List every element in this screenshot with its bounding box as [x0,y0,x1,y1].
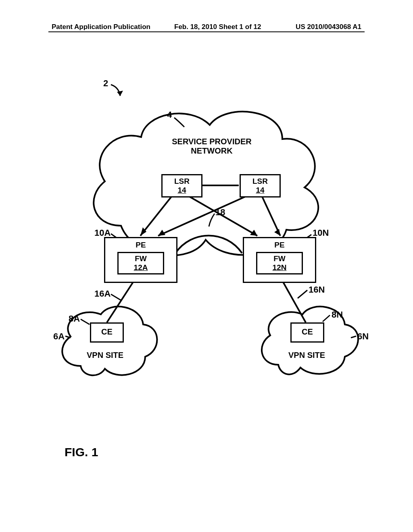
lsr-left-label: LSR [163,175,201,186]
svg-line-4 [158,197,245,236]
lsr-right-label: LSR [241,175,280,186]
lsr-box-left: LSR 14 [161,174,202,197]
ref-10a: 10A [94,228,111,238]
ref-8n: 8N [332,310,343,320]
pe-right-label: PE [244,238,315,249]
lsr-box-right: LSR 14 [240,174,281,197]
fw-right-ref: 12N [257,263,302,273]
page: Patent Application Publication Feb. 18, … [0,0,413,532]
ref-8a: 8A [69,314,80,324]
pe-left-label: PE [105,238,176,249]
vpn-site-right-label: VPN SITE [288,351,325,360]
lsr-right-ref: 14 [241,186,280,195]
ref-10n: 10N [313,228,329,238]
fw-box-left: FW 12A [117,252,164,274]
ref-6a: 6A [53,331,65,342]
pe-box-left: PE FW 12A [104,237,177,283]
ref-6n: 6N [357,331,369,342]
vpn-site-left-label: VPN SITE [87,351,123,360]
service-provider-network-label: SERVICE PROVIDER NETWORK [161,137,262,156]
ref-16n: 16N [309,285,325,295]
svg-line-8 [262,197,280,236]
fw-left-ref: 12A [119,263,163,273]
diagram-svg [0,0,413,532]
fw-left-label: FW [119,253,163,263]
svg-line-10 [107,282,133,322]
ce-right-label: CE [302,327,313,336]
svg-line-11 [283,282,306,322]
ce-box-left: CE [90,322,124,343]
pe-box-right: PE FW 12N [243,237,316,283]
ref-18: 18 [215,207,225,218]
fw-box-right: FW 12N [256,252,303,274]
ce-left-label: CE [101,327,113,336]
svg-marker-0 [117,91,123,96]
ref-2: 2 [103,78,108,89]
figure-label: FIG. 1 [65,445,98,459]
fw-right-label: FW [257,253,302,263]
ref-4: 4 [167,110,172,120]
ce-box-right: CE [290,322,324,343]
lsr-left-ref: 14 [163,186,201,195]
ref-16a: 16A [94,289,111,299]
cloud-service-provider [94,112,318,256]
svg-line-2 [140,197,171,236]
